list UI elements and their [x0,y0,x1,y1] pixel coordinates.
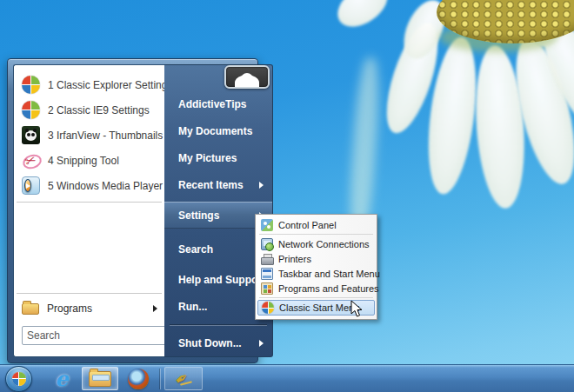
start-button[interactable] [5,366,32,392]
menu-item-shut-down[interactable]: Shut Down... [164,329,272,356]
submenu-item-programs-and-features[interactable]: Programs and Features [257,281,375,296]
pinned-item-label: 3 IrfanView - Thumbnails [48,130,163,142]
pen-tool-icon: ✒ [170,367,192,391]
folder-icon [22,303,39,315]
classic-shell-icon [262,302,274,314]
menu-item-my-pictures[interactable]: My Pictures [164,144,272,171]
menu-item-my-documents[interactable]: My Documents [164,117,272,144]
user-name-item[interactable]: AddictiveTips [164,90,272,117]
internet-explorer-icon: e [55,369,68,389]
submenu-item-control-panel[interactable]: Control Panel [257,217,375,232]
irfanview-panda-icon [22,126,40,144]
shutdown-separator [170,325,267,326]
classic-start-menu: 1 Classic Explorer Settings 2 Classic IE… [7,58,258,363]
submenu-item-taskbar-and-start-menu[interactable]: Taskbar and Start Menu [257,266,375,281]
taskbar: e ✒ [0,364,574,392]
network-connections-icon [261,238,273,250]
user-name: AddictiveTips [178,98,265,110]
submenu-item-printers[interactable]: Printers [257,251,375,266]
pinned-item-windows-media-player[interactable]: 5 Windows Media Player [14,173,164,198]
snipping-tool-icon: ✂ [22,151,40,169]
pinned-item-label: 2 Classic IE9 Settings [48,104,150,116]
programs-features-icon [261,282,273,295]
menu-item-recent-items[interactable]: Recent Items [164,171,272,198]
pinned-item-label: 4 Snipping Tool [48,155,119,167]
taskbar-button-file-explorer[interactable] [82,367,118,390]
media-player-icon [22,176,40,195]
pinned-item-classic-ie9-settings[interactable]: 2 Classic IE9 Settings [14,97,164,123]
submenu-separator [259,297,373,298]
submenu-separator [259,234,373,235]
pinned-list-separator [17,202,162,203]
programs-label: Programs [47,302,92,315]
control-panel-icon [261,219,273,231]
classic-shell-icon [22,101,40,119]
taskbar-button-pen-tool[interactable]: ✒ [164,367,203,390]
user-avatar[interactable] [224,65,270,89]
taskbar-button-internet-explorer[interactable]: e [45,367,78,390]
file-explorer-icon [89,371,111,387]
mouse-cursor [350,300,364,319]
classic-shell-icon [22,76,40,94]
firefox-icon [128,369,149,389]
start-orb-icon [12,372,26,386]
submenu-arrow-icon [259,182,264,189]
flower-stem [347,56,383,240]
pinned-item-irfanview[interactable]: 3 IrfanView - Thumbnails [14,123,164,148]
start-menu-left-panel: 1 Classic Explorer Settings 2 Classic IE… [13,64,164,357]
pinned-item-classic-explorer-settings[interactable]: 1 Classic Explorer Settings [14,72,164,97]
pinned-item-label: 5 Windows Media Player [48,180,163,192]
pinned-item-label: 1 Classic Explorer Settings [48,79,172,91]
search-input[interactable] [22,326,167,345]
pinned-item-snipping-tool[interactable]: ✂ 4 Snipping Tool [14,148,164,173]
taskbar-settings-icon [261,268,273,280]
submenu-arrow-icon [259,340,264,347]
taskbar-separator [159,369,160,389]
submenu-arrow-icon [153,305,157,312]
taskbar-button-firefox[interactable] [122,367,155,390]
programs-separator [17,293,162,294]
search-row [14,320,164,356]
daisy-petal [330,0,395,36]
printers-icon [261,253,273,265]
left-panel-spacer [14,206,164,289]
programs-menu-item[interactable]: Programs [14,297,164,320]
submenu-item-network-connections[interactable]: Network Connections [257,236,375,251]
